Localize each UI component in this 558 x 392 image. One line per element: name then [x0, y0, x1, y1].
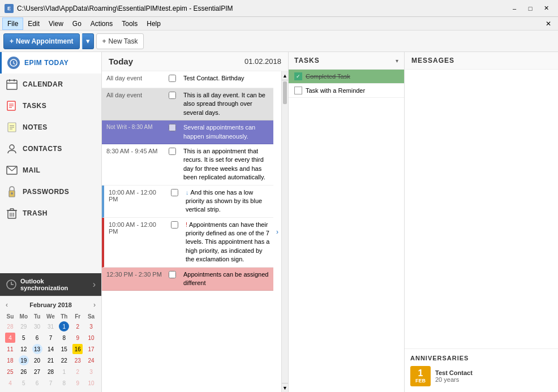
mini-cal-day[interactable]: 6	[32, 378, 42, 388]
event-row[interactable]: 8:30 AM - 9:45 AM This is an appointment…	[102, 144, 273, 186]
mini-cal-day[interactable]: 12	[19, 344, 29, 354]
mini-cal-day[interactable]: 1	[59, 367, 69, 377]
event-checkbox[interactable]	[169, 271, 176, 278]
mini-cal-day[interactable]: 5	[19, 333, 29, 343]
minimize-button[interactable]: –	[507, 3, 522, 14]
mini-cal-day-today[interactable]: 1	[59, 321, 69, 331]
menu-actions[interactable]: Actions	[86, 18, 117, 30]
event-checkbox[interactable]	[171, 221, 178, 229]
task-item-completed[interactable]: ✓ Completed Task	[289, 70, 404, 84]
calendar-expand[interactable]: ›	[273, 71, 281, 392]
mini-cal-next[interactable]: ›	[91, 300, 98, 310]
event-checkbox[interactable]	[169, 148, 176, 155]
event-row[interactable]: Not Writ - 8:30 AM Several appointments …	[102, 120, 273, 144]
scroll-down-button[interactable]: ▼	[282, 383, 288, 392]
event-row[interactable]: 12:30 PM - 2:30 PM Appointments can be a…	[102, 268, 273, 291]
mini-cal-day[interactable]: 28	[45, 367, 55, 377]
menu-edit[interactable]: Edit	[23, 18, 44, 30]
event-row[interactable]: 10:00 AM - 12:00 PM !Appointments can ha…	[102, 218, 273, 268]
close-button[interactable]: ✕	[539, 3, 553, 14]
event-row[interactable]: All day event Test Contact. Birthday	[102, 71, 273, 88]
mini-cal-day[interactable]: 26	[19, 367, 29, 377]
menu-go[interactable]: Go	[68, 18, 86, 30]
main-layout: EPIM TODAY CALENDAR TASKS NOTES	[0, 52, 558, 392]
sidebar-item-epim-today[interactable]: EPIM TODAY	[0, 52, 101, 74]
svg-point-13	[10, 145, 14, 149]
task-checkbox-reminder[interactable]	[294, 87, 302, 94]
event-checkbox[interactable]	[169, 75, 176, 82]
sidebar-item-notes[interactable]: NOTES	[0, 117, 101, 138]
mini-cal-day[interactable]: 4	[5, 333, 15, 343]
mini-cal-day[interactable]: 7	[45, 378, 55, 388]
sidebar-item-calendar[interactable]: CALENDAR	[0, 74, 101, 95]
event-checkbox[interactable]	[169, 124, 176, 131]
mini-cal-day[interactable]: 5	[19, 378, 29, 388]
mini-cal-day[interactable]: 8	[59, 378, 69, 388]
mini-cal-day[interactable]: 11	[5, 344, 15, 354]
mini-cal-day[interactable]: 2	[72, 367, 83, 377]
mini-cal-day[interactable]: 9	[72, 333, 83, 343]
outlook-sync[interactable]: Outlook synchronization ›	[0, 273, 101, 296]
event-row[interactable]: All day event This is all day event. It …	[102, 88, 273, 120]
mini-cal-day[interactable]: 9	[72, 378, 83, 388]
event-row[interactable]: 10:00 AM - 12:00 PM ↓And this one has a …	[102, 186, 273, 218]
mini-cal-day[interactable]: 20	[32, 355, 42, 365]
event-checkbox[interactable]	[169, 92, 176, 99]
sidebar: EPIM TODAY CALENDAR TASKS NOTES	[0, 52, 102, 392]
mini-cal-day[interactable]: 21	[45, 355, 55, 365]
new-appointment-button[interactable]: + New Appointment	[3, 33, 80, 49]
mini-cal-day[interactable]: 7	[45, 333, 55, 343]
mini-cal-day[interactable]: 3	[86, 367, 96, 377]
mini-cal-dow-fr: Fr	[71, 312, 84, 321]
mini-cal-day[interactable]: 4	[5, 378, 15, 388]
task-checkbox-completed[interactable]: ✓	[294, 72, 302, 80]
mini-cal-day[interactable]: 28	[5, 321, 15, 331]
mini-cal-day[interactable]: 13	[32, 344, 42, 354]
tasks-dropdown-icon[interactable]: ▾	[396, 58, 398, 64]
messages-header: MESSAGES	[405, 52, 558, 70]
event-checkbox[interactable]	[171, 189, 178, 196]
sidebar-item-trash[interactable]: TRASH	[0, 203, 101, 224]
scroll-up-button[interactable]: ▲	[282, 71, 288, 80]
mini-cal-prev[interactable]: ‹	[3, 300, 10, 310]
mini-cal-day[interactable]: 24	[86, 355, 96, 365]
menu-view[interactable]: View	[44, 18, 68, 30]
calendar-scroll[interactable]: All day event Test Contact. Birthday All…	[102, 71, 273, 392]
mini-cal-day[interactable]: 6	[32, 333, 42, 343]
menubar-close[interactable]: ✕	[541, 19, 556, 29]
calendar-scrollbar: ▲ ▼	[281, 71, 288, 392]
sidebar-item-contacts[interactable]: CONTACTS	[0, 138, 101, 160]
event-content: Several appointments can happen simultan…	[180, 120, 273, 144]
mini-cal-day[interactable]: 22	[59, 355, 69, 365]
mini-cal-day[interactable]: 25	[5, 367, 15, 377]
task-item-reminder[interactable]: Task with a Reminder	[289, 84, 404, 98]
new-appointment-dropdown[interactable]: ▾	[82, 33, 94, 49]
mini-cal-day[interactable]: 2	[72, 321, 83, 331]
mini-cal-day[interactable]: 31	[45, 321, 55, 331]
mini-cal-day[interactable]: 14	[45, 344, 55, 354]
mini-cal-day[interactable]: 29	[19, 321, 29, 331]
titlebar: E C:\Users\Vlad\AppData\Roaming\Essentia…	[0, 0, 558, 17]
mini-cal-day[interactable]: 23	[72, 355, 83, 365]
new-task-plus-icon: +	[102, 37, 106, 45]
mini-cal-day[interactable]: 8	[59, 333, 69, 343]
maximize-button[interactable]: □	[523, 3, 538, 14]
new-task-button[interactable]: + New Task	[96, 33, 144, 49]
menu-file[interactable]: File	[2, 18, 23, 30]
mini-cal-day[interactable]: 10	[86, 378, 96, 388]
menu-tools[interactable]: Tools	[117, 18, 142, 30]
sidebar-item-passwords[interactable]: PASSWORDS	[0, 181, 101, 203]
mini-cal-day[interactable]: 10	[86, 333, 96, 343]
mini-cal-day[interactable]: 18	[5, 355, 15, 365]
mini-cal-day[interactable]: 19	[19, 355, 29, 365]
sidebar-item-mail[interactable]: MAIL	[0, 160, 101, 181]
mini-cal-day[interactable]: 30	[32, 321, 42, 331]
mini-cal-day[interactable]: 15	[59, 344, 69, 354]
mini-cal-day[interactable]: 16	[72, 344, 83, 354]
mini-cal-day[interactable]: 27	[32, 367, 42, 377]
mini-cal-day[interactable]: 3	[86, 321, 96, 331]
sidebar-item-tasks[interactable]: TASKS	[0, 95, 101, 117]
scroll-thumb[interactable]	[283, 81, 287, 104]
menu-help[interactable]: Help	[142, 18, 165, 30]
mini-cal-day[interactable]: 17	[86, 344, 96, 354]
